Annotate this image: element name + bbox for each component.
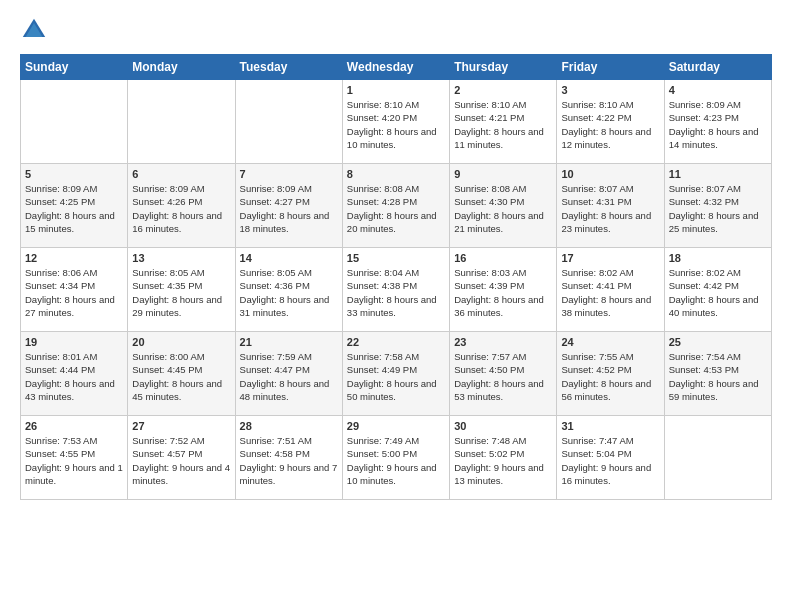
day-info: Sunrise: 7:52 AM Sunset: 4:57 PM Dayligh… bbox=[132, 434, 230, 487]
calendar-week-row: 12Sunrise: 8:06 AM Sunset: 4:34 PM Dayli… bbox=[21, 248, 772, 332]
day-info: Sunrise: 8:10 AM Sunset: 4:21 PM Dayligh… bbox=[454, 98, 552, 151]
day-info: Sunrise: 7:49 AM Sunset: 5:00 PM Dayligh… bbox=[347, 434, 445, 487]
day-number: 22 bbox=[347, 336, 445, 348]
calendar-cell: 2Sunrise: 8:10 AM Sunset: 4:21 PM Daylig… bbox=[450, 80, 557, 164]
day-info: Sunrise: 8:09 AM Sunset: 4:23 PM Dayligh… bbox=[669, 98, 767, 151]
day-number: 25 bbox=[669, 336, 767, 348]
day-of-week-header: Monday bbox=[128, 55, 235, 80]
day-number: 2 bbox=[454, 84, 552, 96]
calendar-cell: 26Sunrise: 7:53 AM Sunset: 4:55 PM Dayli… bbox=[21, 416, 128, 500]
calendar-cell: 5Sunrise: 8:09 AM Sunset: 4:25 PM Daylig… bbox=[21, 164, 128, 248]
day-info: Sunrise: 8:09 AM Sunset: 4:25 PM Dayligh… bbox=[25, 182, 123, 235]
day-info: Sunrise: 8:02 AM Sunset: 4:41 PM Dayligh… bbox=[561, 266, 659, 319]
calendar-cell: 4Sunrise: 8:09 AM Sunset: 4:23 PM Daylig… bbox=[664, 80, 771, 164]
calendar-table: SundayMondayTuesdayWednesdayThursdayFrid… bbox=[20, 54, 772, 500]
day-number: 13 bbox=[132, 252, 230, 264]
day-number: 17 bbox=[561, 252, 659, 264]
day-info: Sunrise: 7:53 AM Sunset: 4:55 PM Dayligh… bbox=[25, 434, 123, 487]
day-number: 29 bbox=[347, 420, 445, 432]
calendar-week-row: 5Sunrise: 8:09 AM Sunset: 4:25 PM Daylig… bbox=[21, 164, 772, 248]
day-info: Sunrise: 7:55 AM Sunset: 4:52 PM Dayligh… bbox=[561, 350, 659, 403]
day-number: 10 bbox=[561, 168, 659, 180]
calendar-cell: 24Sunrise: 7:55 AM Sunset: 4:52 PM Dayli… bbox=[557, 332, 664, 416]
calendar-cell: 18Sunrise: 8:02 AM Sunset: 4:42 PM Dayli… bbox=[664, 248, 771, 332]
day-info: Sunrise: 8:04 AM Sunset: 4:38 PM Dayligh… bbox=[347, 266, 445, 319]
day-number: 26 bbox=[25, 420, 123, 432]
calendar-cell: 11Sunrise: 8:07 AM Sunset: 4:32 PM Dayli… bbox=[664, 164, 771, 248]
day-number: 27 bbox=[132, 420, 230, 432]
calendar-cell bbox=[128, 80, 235, 164]
day-number: 7 bbox=[240, 168, 338, 180]
day-info: Sunrise: 8:10 AM Sunset: 4:22 PM Dayligh… bbox=[561, 98, 659, 151]
day-info: Sunrise: 8:01 AM Sunset: 4:44 PM Dayligh… bbox=[25, 350, 123, 403]
day-number: 14 bbox=[240, 252, 338, 264]
calendar-cell: 23Sunrise: 7:57 AM Sunset: 4:50 PM Dayli… bbox=[450, 332, 557, 416]
calendar-cell: 29Sunrise: 7:49 AM Sunset: 5:00 PM Dayli… bbox=[342, 416, 449, 500]
day-info: Sunrise: 7:47 AM Sunset: 5:04 PM Dayligh… bbox=[561, 434, 659, 487]
calendar-header-row: SundayMondayTuesdayWednesdayThursdayFrid… bbox=[21, 55, 772, 80]
day-info: Sunrise: 8:05 AM Sunset: 4:35 PM Dayligh… bbox=[132, 266, 230, 319]
calendar-cell: 30Sunrise: 7:48 AM Sunset: 5:02 PM Dayli… bbox=[450, 416, 557, 500]
calendar-week-row: 19Sunrise: 8:01 AM Sunset: 4:44 PM Dayli… bbox=[21, 332, 772, 416]
day-info: Sunrise: 8:05 AM Sunset: 4:36 PM Dayligh… bbox=[240, 266, 338, 319]
day-number: 23 bbox=[454, 336, 552, 348]
calendar-cell: 25Sunrise: 7:54 AM Sunset: 4:53 PM Dayli… bbox=[664, 332, 771, 416]
calendar-cell: 16Sunrise: 8:03 AM Sunset: 4:39 PM Dayli… bbox=[450, 248, 557, 332]
day-of-week-header: Thursday bbox=[450, 55, 557, 80]
day-number: 9 bbox=[454, 168, 552, 180]
day-info: Sunrise: 8:07 AM Sunset: 4:31 PM Dayligh… bbox=[561, 182, 659, 235]
logo-icon bbox=[20, 16, 48, 44]
day-number: 18 bbox=[669, 252, 767, 264]
day-number: 31 bbox=[561, 420, 659, 432]
day-info: Sunrise: 7:58 AM Sunset: 4:49 PM Dayligh… bbox=[347, 350, 445, 403]
day-number: 16 bbox=[454, 252, 552, 264]
calendar-cell: 7Sunrise: 8:09 AM Sunset: 4:27 PM Daylig… bbox=[235, 164, 342, 248]
day-of-week-header: Wednesday bbox=[342, 55, 449, 80]
calendar-cell: 8Sunrise: 8:08 AM Sunset: 4:28 PM Daylig… bbox=[342, 164, 449, 248]
calendar-cell: 12Sunrise: 8:06 AM Sunset: 4:34 PM Dayli… bbox=[21, 248, 128, 332]
day-info: Sunrise: 7:57 AM Sunset: 4:50 PM Dayligh… bbox=[454, 350, 552, 403]
day-number: 15 bbox=[347, 252, 445, 264]
calendar-week-row: 26Sunrise: 7:53 AM Sunset: 4:55 PM Dayli… bbox=[21, 416, 772, 500]
day-number: 24 bbox=[561, 336, 659, 348]
day-info: Sunrise: 8:02 AM Sunset: 4:42 PM Dayligh… bbox=[669, 266, 767, 319]
day-of-week-header: Sunday bbox=[21, 55, 128, 80]
calendar-cell: 3Sunrise: 8:10 AM Sunset: 4:22 PM Daylig… bbox=[557, 80, 664, 164]
day-info: Sunrise: 7:51 AM Sunset: 4:58 PM Dayligh… bbox=[240, 434, 338, 487]
day-info: Sunrise: 8:06 AM Sunset: 4:34 PM Dayligh… bbox=[25, 266, 123, 319]
day-info: Sunrise: 7:48 AM Sunset: 5:02 PM Dayligh… bbox=[454, 434, 552, 487]
day-number: 30 bbox=[454, 420, 552, 432]
calendar-cell: 22Sunrise: 7:58 AM Sunset: 4:49 PM Dayli… bbox=[342, 332, 449, 416]
day-info: Sunrise: 8:10 AM Sunset: 4:20 PM Dayligh… bbox=[347, 98, 445, 151]
day-info: Sunrise: 8:03 AM Sunset: 4:39 PM Dayligh… bbox=[454, 266, 552, 319]
calendar-cell: 17Sunrise: 8:02 AM Sunset: 4:41 PM Dayli… bbox=[557, 248, 664, 332]
day-info: Sunrise: 8:09 AM Sunset: 4:26 PM Dayligh… bbox=[132, 182, 230, 235]
calendar-week-row: 1Sunrise: 8:10 AM Sunset: 4:20 PM Daylig… bbox=[21, 80, 772, 164]
day-number: 3 bbox=[561, 84, 659, 96]
page-header bbox=[20, 16, 772, 44]
calendar-cell bbox=[235, 80, 342, 164]
day-number: 11 bbox=[669, 168, 767, 180]
day-number: 28 bbox=[240, 420, 338, 432]
day-of-week-header: Tuesday bbox=[235, 55, 342, 80]
calendar-cell: 13Sunrise: 8:05 AM Sunset: 4:35 PM Dayli… bbox=[128, 248, 235, 332]
day-info: Sunrise: 8:09 AM Sunset: 4:27 PM Dayligh… bbox=[240, 182, 338, 235]
day-info: Sunrise: 8:08 AM Sunset: 4:28 PM Dayligh… bbox=[347, 182, 445, 235]
day-number: 4 bbox=[669, 84, 767, 96]
calendar-cell: 28Sunrise: 7:51 AM Sunset: 4:58 PM Dayli… bbox=[235, 416, 342, 500]
day-number: 20 bbox=[132, 336, 230, 348]
calendar-cell: 27Sunrise: 7:52 AM Sunset: 4:57 PM Dayli… bbox=[128, 416, 235, 500]
day-number: 6 bbox=[132, 168, 230, 180]
day-number: 1 bbox=[347, 84, 445, 96]
calendar-cell: 15Sunrise: 8:04 AM Sunset: 4:38 PM Dayli… bbox=[342, 248, 449, 332]
calendar-cell bbox=[21, 80, 128, 164]
calendar-cell: 1Sunrise: 8:10 AM Sunset: 4:20 PM Daylig… bbox=[342, 80, 449, 164]
calendar-cell: 14Sunrise: 8:05 AM Sunset: 4:36 PM Dayli… bbox=[235, 248, 342, 332]
day-info: Sunrise: 7:59 AM Sunset: 4:47 PM Dayligh… bbox=[240, 350, 338, 403]
calendar-cell: 20Sunrise: 8:00 AM Sunset: 4:45 PM Dayli… bbox=[128, 332, 235, 416]
calendar-cell: 6Sunrise: 8:09 AM Sunset: 4:26 PM Daylig… bbox=[128, 164, 235, 248]
calendar-cell bbox=[664, 416, 771, 500]
day-number: 12 bbox=[25, 252, 123, 264]
day-number: 19 bbox=[25, 336, 123, 348]
day-number: 8 bbox=[347, 168, 445, 180]
